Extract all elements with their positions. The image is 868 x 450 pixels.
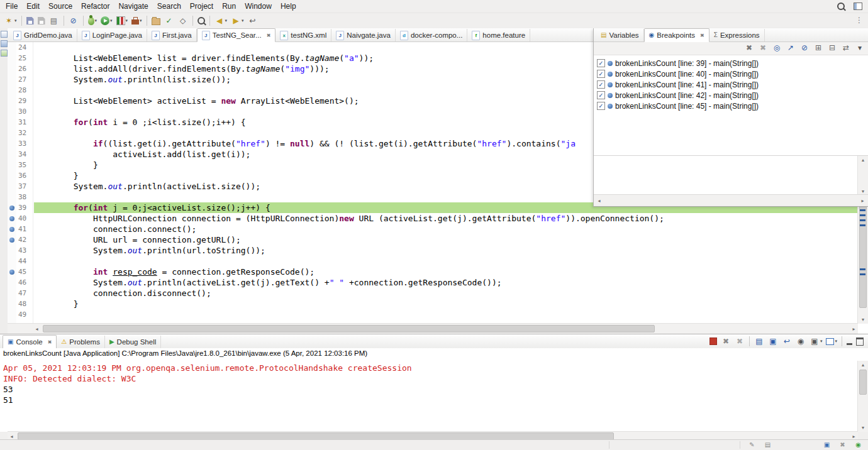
- code-line[interactable]: }: [34, 299, 858, 309]
- annotation-ruler-row[interactable]: →: [8, 202, 16, 213]
- breakpoint-list-item[interactable]: ✓brokenLinksCount [line: 42] - main(Stri…: [594, 90, 868, 101]
- remove-all-launches-button[interactable]: ✖: [733, 335, 746, 348]
- code-line[interactable]: System.out.println(activeList.get(j).get…: [34, 277, 858, 288]
- scroll-down-icon[interactable]: ▾: [858, 424, 868, 432]
- skip-all-breakpoints-button[interactable]: ⊘: [798, 41, 811, 54]
- scrollbar-thumb[interactable]: [43, 325, 655, 332]
- print-button[interactable]: ▤: [48, 14, 60, 27]
- annotation-ruler-row[interactable]: [8, 213, 16, 224]
- new-java-project-button[interactable]: [150, 14, 162, 27]
- save-all-button[interactable]: [36, 14, 47, 27]
- annotation-ruler-row[interactable]: [8, 192, 16, 202]
- editor-tab-testng-sear[interactable]: JTestNG_Sear...✖: [197, 28, 276, 42]
- debug-button[interactable]: ▾: [87, 14, 99, 27]
- editor-tab-naivgate-java[interactable]: JNaivgate.java: [331, 29, 396, 41]
- statusbar-icon[interactable]: ▤: [762, 439, 773, 450]
- code-line[interactable]: [34, 309, 858, 320]
- annotation-ruler-row[interactable]: [8, 309, 16, 320]
- scroll-down-icon[interactable]: ▾: [858, 316, 868, 324]
- checkbox-checked-icon[interactable]: ✓: [597, 70, 605, 78]
- annotation-ruler-row[interactable]: [8, 234, 16, 245]
- detail-vertical-scrollbar[interactable]: ▴ ▾: [857, 156, 868, 195]
- run-button[interactable]: ▾: [99, 14, 114, 27]
- view-tab-expressions[interactable]: ΣExpressions: [709, 29, 765, 41]
- save-button[interactable]: [25, 14, 35, 27]
- close-icon[interactable]: ✖: [700, 33, 704, 38]
- annotation-ruler-row[interactable]: [8, 277, 16, 288]
- code-line[interactable]: System.out.println(url.toString());: [34, 245, 858, 256]
- forward-button[interactable]: ▶▾: [230, 14, 245, 27]
- checkbox-checked-icon[interactable]: ✓: [597, 102, 605, 110]
- editor-tab-testng-xml[interactable]: xtestNG.xml: [275, 29, 331, 41]
- remove-all-breakpoints-button[interactable]: ✖: [757, 41, 769, 54]
- scroll-right-icon[interactable]: ▸: [850, 324, 858, 334]
- breakpoint-icon[interactable]: [9, 238, 14, 243]
- code-line[interactable]: int resp_code = connection.getResponseCo…: [34, 266, 858, 277]
- breakpoint-icon[interactable]: [9, 270, 14, 275]
- annotation-ruler-row[interactable]: [8, 266, 16, 277]
- menu-edit[interactable]: Edit: [22, 1, 44, 12]
- search-button[interactable]: [836, 0, 846, 13]
- remove-launch-button[interactable]: ✖: [720, 335, 732, 348]
- annotation-ruler-row[interactable]: [8, 170, 16, 181]
- terminate-button[interactable]: [708, 335, 718, 348]
- display-selected-console-button[interactable]: ▣▾: [808, 335, 824, 348]
- annotation-ruler-row[interactable]: [8, 149, 16, 160]
- expand-all-button[interactable]: ⊞: [812, 41, 825, 54]
- annotation-ruler-row[interactable]: [8, 245, 16, 256]
- editor-tab-docker-compo[interactable]: ddocker-compo...: [396, 29, 467, 41]
- open-console-button[interactable]: ▾: [825, 335, 838, 348]
- maximize-button[interactable]: [855, 335, 865, 348]
- toolbar-overflow-button[interactable]: ⋮: [853, 14, 865, 26]
- remove-selected-breakpoints-button[interactable]: ✖: [743, 41, 755, 54]
- breakpoint-icon[interactable]: [9, 216, 14, 221]
- annotation-ruler-row[interactable]: [8, 160, 16, 170]
- checkbox-checked-icon[interactable]: ✓: [597, 91, 605, 99]
- open-perspective-button[interactable]: [852, 0, 864, 13]
- annotation-ruler-row[interactable]: [8, 181, 16, 192]
- open-type-button[interactable]: ◇: [177, 14, 189, 27]
- coverage-button[interactable]: ▾: [115, 14, 130, 27]
- code-line[interactable]: URL url = connection.getURL();: [34, 234, 858, 245]
- close-icon[interactable]: ✖: [48, 339, 52, 345]
- run-external-tools-button[interactable]: ▾: [130, 14, 143, 27]
- menu-file[interactable]: File: [1, 1, 22, 12]
- minimized-view-icon[interactable]: [1, 50, 8, 57]
- breakpoint-icon[interactable]: [9, 227, 14, 232]
- scroll-left-icon[interactable]: ◂: [33, 324, 41, 334]
- annotation-ruler-row[interactable]: [8, 128, 16, 138]
- editor-tab-first-java[interactable]: JFirst.java: [147, 29, 197, 41]
- clear-console-button[interactable]: ▤: [753, 335, 765, 348]
- show-breakpoints-supported-button[interactable]: ◎: [771, 41, 783, 54]
- editor-tab-home-feature[interactable]: fhome.feature: [467, 29, 530, 41]
- view-tab-variables[interactable]: ▤Variables: [596, 29, 644, 41]
- go-to-file-button[interactable]: ↗: [784, 41, 797, 54]
- annotation-ruler-row[interactable]: [8, 299, 16, 309]
- statusbar-icon[interactable]: ▣: [821, 439, 832, 450]
- back-button[interactable]: ◀▾: [213, 14, 229, 27]
- restore-view-icon[interactable]: [1, 31, 8, 38]
- annotation-ruler-row[interactable]: [8, 96, 16, 106]
- new-junit-test-button[interactable]: ✓: [163, 14, 175, 27]
- code-line[interactable]: connection.connect();: [34, 224, 858, 234]
- link-with-debug-view-button[interactable]: ⇄: [840, 41, 852, 54]
- annotation-ruler-row[interactable]: [8, 117, 16, 128]
- scrollbar-thumb[interactable]: [859, 370, 867, 395]
- annotation-ruler[interactable]: →: [8, 42, 16, 324]
- menu-refactor[interactable]: Refactor: [77, 1, 114, 12]
- new-wizard-button[interactable]: ✶▾: [3, 14, 18, 27]
- annotation-ruler-row[interactable]: [8, 256, 16, 266]
- breakpoint-list-item[interactable]: ✓brokenLinksCount [line: 45] - main(Stri…: [594, 101, 868, 111]
- console-tab-console[interactable]: ▣Console✖: [3, 335, 57, 349]
- breakpoint-list-item[interactable]: ✓brokenLinksCount [line: 39] - main(Stri…: [594, 58, 868, 69]
- annotation-ruler-row[interactable]: [8, 288, 16, 299]
- view-menu-button[interactable]: ▾: [854, 41, 866, 54]
- view-tab-breakpoints[interactable]: ◉Breakpoints✖: [644, 28, 709, 42]
- menu-window[interactable]: Window: [240, 1, 276, 12]
- menu-run[interactable]: Run: [218, 1, 240, 12]
- annotation-ruler-row[interactable]: [8, 53, 16, 63]
- checkbox-checked-icon[interactable]: ✓: [597, 59, 605, 67]
- editor-tab-loginpage-java[interactable]: JLoginPage.java: [77, 29, 147, 41]
- checkbox-checked-icon[interactable]: ✓: [597, 80, 605, 89]
- console-output[interactable]: Apr 05, 2021 12:03:19 PM org.openqa.sele…: [0, 361, 858, 432]
